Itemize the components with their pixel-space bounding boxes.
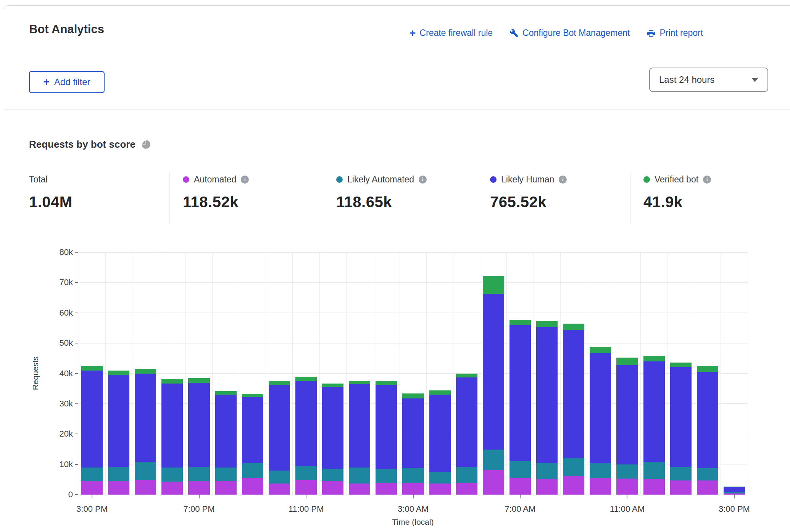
bar-segment-verified-bot xyxy=(81,366,103,371)
chevron-down-icon xyxy=(751,78,758,82)
bar-6-00-am[interactable] xyxy=(483,276,504,495)
bar-segment-likely-automated xyxy=(188,467,210,481)
section-title-row: Requests by bot score xyxy=(29,139,151,150)
bar-segment-verified-bot xyxy=(509,320,531,325)
v-gridline xyxy=(480,252,480,495)
create-firewall-rule-link[interactable]: + Create firewall rule xyxy=(410,28,493,38)
x-tick-label: 11:00 PM xyxy=(279,504,333,514)
add-filter-button[interactable]: + Add filter xyxy=(29,71,105,93)
h-gridline xyxy=(79,282,748,283)
bar-segment-likely-automated xyxy=(135,462,156,480)
bar-segment-likely-automated xyxy=(376,469,397,483)
bar-segment-verified-bot xyxy=(670,363,692,367)
bar-segment-automated xyxy=(670,480,692,495)
bar-4-00-am[interactable] xyxy=(429,390,451,495)
bar-1-00-am[interactable] xyxy=(349,381,370,495)
y-tick-label: 50k xyxy=(42,338,73,348)
v-gridline xyxy=(400,252,400,495)
bar-segment-verified-bot xyxy=(242,394,263,397)
bar-3-00-pm[interactable] xyxy=(724,487,745,495)
info-icon[interactable]: i xyxy=(241,176,249,184)
bar-segment-verified-bot xyxy=(215,391,237,395)
bar-3-00-am[interactable] xyxy=(402,393,424,495)
bar-2-00-pm[interactable] xyxy=(697,366,718,495)
bar-8-00-am[interactable] xyxy=(536,321,558,495)
bar-segment-verified-bot xyxy=(483,276,504,294)
bar-segment-likely-human xyxy=(429,395,451,472)
y-tick-mark xyxy=(75,313,78,313)
bar-2-00-am[interactable] xyxy=(376,381,397,495)
bar-segment-automated xyxy=(215,481,237,495)
bar-segment-likely-human xyxy=(242,397,263,463)
bar-segment-likely-automated xyxy=(509,461,531,478)
bar-segment-likely-human xyxy=(643,361,665,462)
v-gridline xyxy=(694,252,694,495)
bar-8-00-pm[interactable] xyxy=(215,391,237,495)
configure-bot-management-link[interactable]: Configure Bot Management xyxy=(509,28,630,38)
stat-automated: Automatedi118.52k xyxy=(183,174,328,211)
h-gridline xyxy=(79,252,748,253)
bar-1-00-pm[interactable] xyxy=(670,363,692,495)
bar-segment-automated xyxy=(402,483,424,495)
bar-segment-verified-bot xyxy=(161,379,183,384)
bar-segment-likely-automated xyxy=(269,471,290,484)
bar-segment-verified-bot xyxy=(643,356,665,361)
info-icon[interactable]: i xyxy=(559,176,567,184)
v-gridline xyxy=(748,252,748,495)
bar-3-00-pm[interactable] xyxy=(81,366,103,495)
v-gridline xyxy=(266,252,266,495)
bar-segment-likely-automated xyxy=(697,468,718,480)
bar-10-00-pm[interactable] xyxy=(269,381,290,495)
bar-9-00-am[interactable] xyxy=(563,324,584,495)
bar-7-00-am[interactable] xyxy=(509,320,531,495)
printer-icon xyxy=(647,29,656,38)
bar-segment-likely-automated xyxy=(108,467,129,481)
bar-segment-likely-human xyxy=(349,384,370,467)
stat-label: Likely Human xyxy=(501,174,554,185)
y-axis-title: Requests xyxy=(31,356,40,390)
bar-segment-verified-bot xyxy=(402,393,424,398)
bar-segment-automated xyxy=(81,481,103,495)
v-gridline xyxy=(721,252,721,495)
bar-segment-verified-bot xyxy=(563,324,584,330)
y-tick-label: 60k xyxy=(42,308,73,318)
time-range-dropdown[interactable]: Last 24 hours xyxy=(649,68,768,92)
x-tick-mark xyxy=(199,495,200,498)
info-icon[interactable]: i xyxy=(703,176,711,184)
info-icon[interactable]: i xyxy=(419,176,427,184)
bar-5-00-am[interactable] xyxy=(456,374,477,495)
bar-4-00-pm[interactable] xyxy=(108,371,129,495)
bar-9-00-pm[interactable] xyxy=(242,394,263,495)
bar-10-00-am[interactable] xyxy=(590,347,611,495)
bar-12-00-pm[interactable] xyxy=(643,356,665,495)
stat-separator xyxy=(477,172,477,225)
print-report-link[interactable]: Print report xyxy=(647,28,703,38)
x-tick-label: 3:00 AM xyxy=(387,504,440,514)
y-tick-mark xyxy=(75,282,78,283)
bar-12-00-am[interactable] xyxy=(322,384,343,495)
v-gridline xyxy=(79,252,79,495)
stat-verified-bot: Verified boti41.9k xyxy=(643,174,788,211)
bar-segment-verified-bot xyxy=(536,321,558,327)
bar-5-00-pm[interactable] xyxy=(135,369,156,495)
plus-icon: + xyxy=(410,29,416,37)
v-gridline xyxy=(640,252,641,495)
x-axis-title: Time (local) xyxy=(392,517,434,527)
bar-segment-likely-human xyxy=(590,353,611,463)
bar-11-00-pm[interactable] xyxy=(295,377,317,495)
bar-11-00-am[interactable] xyxy=(616,358,638,495)
bar-segment-verified-bot xyxy=(429,390,451,395)
bar-segment-verified-bot xyxy=(322,384,343,387)
y-tick-label: 0 xyxy=(42,490,73,500)
add-filter-label: Add filter xyxy=(54,77,90,87)
v-gridline xyxy=(159,252,159,495)
bar-segment-likely-automated xyxy=(483,450,504,470)
v-gridline xyxy=(667,252,667,495)
bar-6-00-pm[interactable] xyxy=(161,379,183,495)
bar-segment-likely-automated xyxy=(349,468,370,484)
y-tick-mark xyxy=(75,464,78,465)
y-tick-mark xyxy=(75,403,78,404)
v-gridline xyxy=(292,252,293,495)
x-tick-mark xyxy=(734,495,735,498)
bar-7-00-pm[interactable] xyxy=(188,378,210,495)
